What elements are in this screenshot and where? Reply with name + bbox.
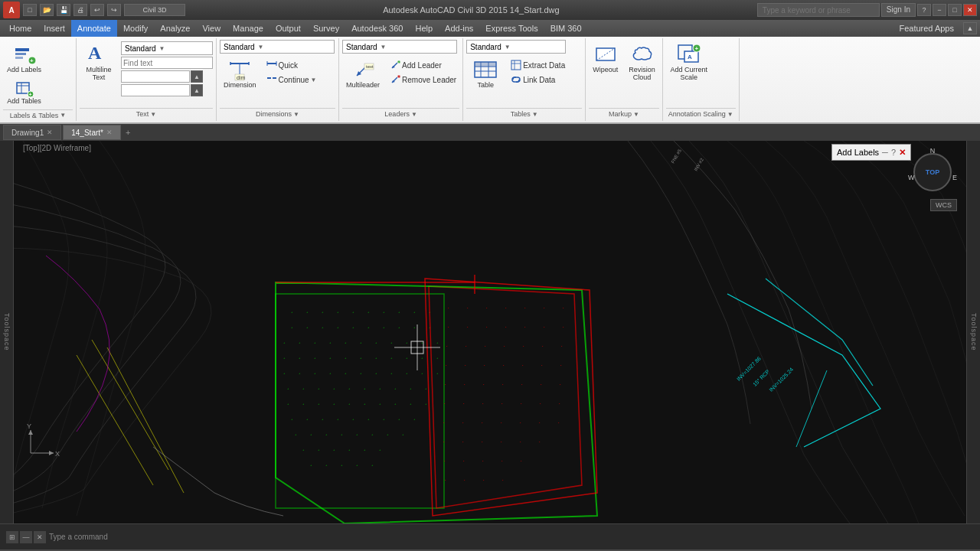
keyword-search[interactable]	[757, 3, 880, 17]
close-btn[interactable]: ✕	[963, 4, 977, 16]
text-height-up[interactable]: ▲	[191, 70, 203, 83]
civil3d-dropdown[interactable]: Civil 3D	[124, 4, 185, 16]
wcs-button[interactable]: WCS	[930, 199, 957, 211]
new-btn[interactable]: □	[23, 4, 37, 16]
group-text: A MultilineText Standard ▼ 0.2000 ▲	[77, 38, 217, 121]
markup-dropdown-arrow[interactable]: ▼	[633, 111, 639, 118]
cmd-close-btn[interactable]: ✕	[34, 531, 46, 543]
text-dropdown-arrow[interactable]: ▼	[150, 111, 156, 118]
menu-express[interactable]: Express Tools	[479, 20, 544, 37]
markup-group-label: Markup ▼	[589, 108, 659, 119]
multileader-icon: text	[351, 57, 375, 82]
doc-tab-drawing1[interactable]: Drawing1 ✕	[3, 125, 61, 140]
wipeout-label: Wipeout	[593, 67, 618, 74]
add-current-scale-btn[interactable]: A + Add Current Scale	[666, 40, 712, 84]
menu-output[interactable]: Output	[270, 20, 307, 37]
remove-leader-btn[interactable]: - Remove Leader	[387, 73, 459, 86]
annotation-scaling-dropdown-arrow[interactable]: ▼	[727, 111, 733, 118]
sign-in-btn[interactable]: Sign In	[881, 3, 916, 17]
compass-west: W	[908, 174, 915, 181]
cmd-zoom-btn[interactable]: —	[20, 531, 32, 543]
command-line: ⊞ — ✕ Type a command	[0, 523, 980, 549]
menu-analyze[interactable]: Analyze	[154, 20, 196, 37]
menu-modify[interactable]: Modify	[117, 20, 154, 37]
revision-cloud-icon	[629, 42, 654, 67]
new-tab-btn[interactable]: +	[122, 128, 133, 137]
print-btn[interactable]: 🖨	[74, 4, 87, 16]
menu-autodesk360[interactable]: Autodesk 360	[345, 20, 409, 37]
dimension-btn[interactable]: dim Dimension	[220, 55, 260, 92]
add-labels-btn[interactable]: + Add Labels	[3, 40, 45, 77]
help-btn[interactable]: ?	[917, 4, 931, 16]
ribbon-toggle[interactable]: ▲	[963, 22, 977, 34]
menu-home[interactable]: Home	[3, 20, 38, 37]
labels-tables-dropdown-arrow[interactable]: ▼	[60, 112, 66, 119]
table-style-dropdown[interactable]: Standard ▼	[466, 40, 566, 54]
maximize-btn[interactable]: □	[948, 4, 962, 16]
add-current-scale-label: Add Current Scale	[670, 67, 708, 82]
add-labels-title: Add Labels	[837, 148, 879, 157]
close-drawing1[interactable]: ✕	[47, 129, 53, 136]
menu-manage[interactable]: Manage	[227, 20, 270, 37]
panel-close-btn[interactable]: ✕	[899, 148, 906, 158]
panel-help-btn[interactable]: ?	[891, 148, 896, 157]
menu-survey[interactable]: Survey	[307, 20, 345, 37]
close-14start[interactable]: ✕	[106, 129, 113, 136]
save-btn[interactable]: 💾	[57, 4, 70, 16]
document-tabbar: Drawing1 ✕ 14_Start* ✕ +	[0, 124, 980, 141]
add-leader-btn[interactable]: + Add Leader	[387, 58, 459, 72]
cmd-fit-btn[interactable]: ⊞	[6, 531, 18, 543]
quick-dim-btn[interactable]: Quick	[263, 58, 320, 72]
dim-style-dropdown[interactable]: Standard ▼	[220, 40, 335, 54]
doc-tab-14start[interactable]: 14_Start* ✕	[63, 125, 121, 140]
viewport: +++ +++ +++ + +++ +++ +++ + +++ +++ +++ …	[0, 141, 980, 523]
continue-dim-btn[interactable]: Continue ▼	[263, 73, 320, 86]
text-height2-up[interactable]: ▲	[191, 84, 203, 96]
add-labels-label: Add Labels	[7, 67, 41, 74]
svg-marker-238	[49, 451, 54, 455]
revision-cloud-btn[interactable]: RevisionCloud	[625, 40, 659, 84]
extract-data-btn[interactable]: Extract Data	[508, 58, 568, 72]
wipeout-btn[interactable]: Wipeout	[589, 40, 622, 77]
group-tables: Standard ▼	[463, 38, 586, 121]
open-btn[interactable]: 📂	[40, 4, 54, 16]
find-text-input[interactable]	[121, 57, 213, 69]
text-height2-input[interactable]: 0.2000	[121, 84, 190, 96]
svg-rect-39	[475, 62, 496, 67]
tables-dropdown-arrow[interactable]: ▼	[532, 111, 538, 118]
menu-insert[interactable]: Insert	[38, 20, 71, 37]
svg-text:dim: dim	[237, 75, 245, 80]
minimize-btn[interactable]: −	[933, 4, 946, 16]
text-height-input[interactable]: 0.2000	[121, 70, 190, 83]
redo-btn[interactable]: ↪	[107, 4, 121, 16]
leaders-dropdown-arrow[interactable]: ▼	[411, 111, 417, 118]
menu-help[interactable]: Help	[409, 20, 439, 37]
cmd-icon-group: ⊞ — ✕	[6, 531, 46, 543]
svg-text:A: A	[688, 54, 692, 60]
menu-annotate[interactable]: Annotate	[71, 20, 117, 37]
dim-dropdown-arrow[interactable]: ▼	[293, 111, 299, 118]
add-tables-btn[interactable]: + Add Tables	[3, 77, 45, 108]
annotation-scaling-group-label: Annotation Scaling ▼	[666, 108, 736, 119]
link-data-btn[interactable]: Link Data	[508, 73, 568, 86]
table-btn[interactable]: Table	[466, 55, 505, 92]
multiline-text-btn[interactable]: A MultilineText	[80, 40, 118, 84]
menu-addins[interactable]: Add-ins	[439, 20, 479, 37]
leader-style-dropdown[interactable]: Standard ▼	[342, 40, 457, 54]
menu-view[interactable]: View	[196, 20, 227, 37]
continue-dropdown[interactable]: ▼	[311, 77, 317, 83]
compass: N TOP S W E	[908, 147, 957, 196]
cmd-input[interactable]	[111, 533, 974, 542]
compass-east: E	[952, 174, 957, 181]
menu-bim360[interactable]: BIM 360	[544, 20, 588, 37]
dimensions-group-label: Dimensions ▼	[220, 108, 335, 119]
svg-text:+: +	[28, 92, 31, 97]
panel-minimize-btn[interactable]: ─	[882, 148, 888, 157]
text-style-dropdown[interactable]: Standard ▼	[121, 41, 213, 55]
compass-circle[interactable]: TOP	[913, 153, 952, 191]
left-toolspace: Toolspace	[0, 141, 14, 523]
multileader-btn[interactable]: text Multileader	[342, 55, 384, 92]
group-leaders: Standard ▼ text Multileade	[339, 38, 463, 121]
menu-featured-apps[interactable]: Featured Apps	[893, 20, 960, 37]
undo-btn[interactable]: ↩	[90, 4, 104, 16]
